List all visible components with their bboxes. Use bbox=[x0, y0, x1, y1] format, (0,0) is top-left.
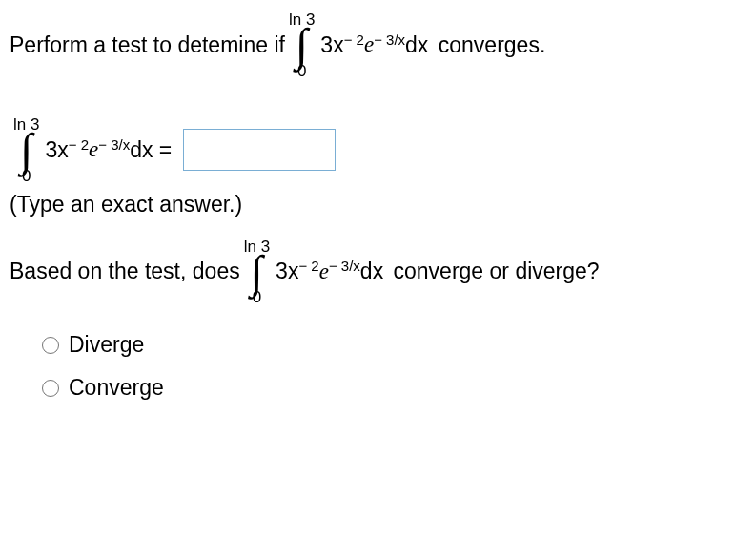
answer-hint: (Type an exact answer.) bbox=[10, 192, 746, 218]
integral-expression-2: ln 3 ∫ 0 3x− 2e− 3/xdx = bbox=[13, 116, 172, 184]
integral-expression-1: ln 3 ∫ 0 3x− 2e− 3/xdx bbox=[289, 11, 428, 79]
option-diverge[interactable]: Diverge bbox=[42, 332, 746, 358]
question-2: Based on the test, does ln 3 ∫ 0 3x− 2e−… bbox=[10, 238, 746, 306]
radio-diverge[interactable] bbox=[42, 337, 59, 354]
option-converge[interactable]: Converge bbox=[42, 375, 746, 401]
answer-input[interactable] bbox=[183, 129, 336, 171]
radio-converge[interactable] bbox=[42, 380, 59, 397]
question-prompt: Perform a test to detemine if ln 3 ∫ 0 3… bbox=[10, 11, 746, 79]
option-label-converge: Converge bbox=[69, 375, 164, 401]
integral-icon: ∫ bbox=[251, 253, 263, 292]
prompt-prefix: Perform a test to detemine if bbox=[10, 32, 285, 58]
radio-options: Diverge Converge bbox=[42, 332, 746, 401]
integral-icon: ∫ bbox=[20, 131, 32, 170]
q2-suffix: converge or diverge? bbox=[394, 259, 600, 284]
integral-icon: ∫ bbox=[296, 26, 308, 65]
option-label-diverge: Diverge bbox=[69, 332, 144, 358]
integral-expression-3: ln 3 ∫ 0 3x− 2e− 3/xdx bbox=[244, 238, 383, 306]
q2-prefix: Based on the test, does bbox=[10, 259, 240, 284]
prompt-suffix: converges. bbox=[439, 32, 546, 58]
